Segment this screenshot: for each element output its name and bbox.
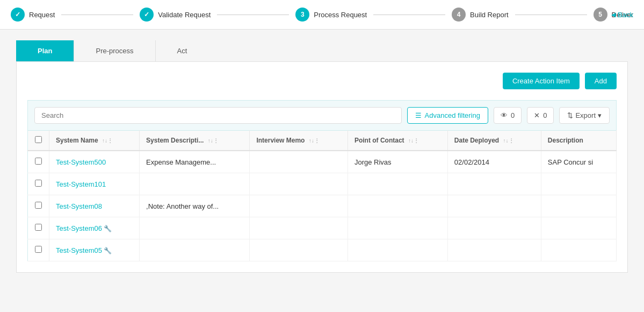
sort-poc-icon[interactable]: ↑↓⋮: [408, 138, 419, 144]
sort-date-icon[interactable]: ↑↓⋮: [503, 138, 514, 144]
eye-count: 0: [511, 111, 515, 119]
row-desc-0: SAP Concur si: [541, 151, 616, 173]
sort-interview-memo-icon[interactable]: ↑↓⋮: [309, 138, 320, 144]
step-process[interactable]: 3 Process Request: [295, 8, 367, 22]
row-interview-memo-1: [250, 173, 348, 195]
step-build[interactable]: 4 Build Report: [452, 8, 509, 22]
step-label-process: Process Request: [314, 11, 367, 19]
row-poc-4: [348, 239, 447, 261]
table-row: Test-System500 Expense Manageme... Jorge…: [28, 151, 617, 173]
row-date-1: [447, 173, 541, 195]
table-row: Test-System05 🔧: [28, 239, 617, 261]
tab-plan[interactable]: Plan: [16, 40, 74, 61]
row-system-name-4: Test-System05 🔧: [49, 239, 140, 261]
system-name-link-0[interactable]: Test-System500: [56, 158, 106, 166]
table-header: System Name ↑↓⋮ System Descripti... ↑↓⋮ …: [28, 131, 617, 151]
step-circle-deliver: 5: [594, 8, 607, 22]
row-system-name-1: Test-System101: [49, 173, 140, 195]
eye-counter-button[interactable]: 👁 0: [494, 107, 522, 124]
system-name-link-1[interactable]: Test-System101: [56, 180, 106, 188]
x-icon: ✕: [534, 111, 540, 119]
row-system-desc-1: [140, 173, 250, 195]
row-checkbox-0[interactable]: [35, 158, 42, 165]
data-table-wrapper: System Name ↑↓⋮ System Descripti... ↑↓⋮ …: [27, 130, 617, 261]
sort-system-name-icon[interactable]: ↑↓⋮: [102, 138, 113, 144]
col-point-of-contact: Point of Contact ↑↓⋮: [348, 131, 447, 151]
action-toolbar: Create Action Item Add: [27, 73, 617, 89]
row-poc-1: [348, 173, 447, 195]
export-icon: ⇅: [567, 111, 573, 119]
system-name-link-4[interactable]: Test-System05 🔧: [56, 246, 112, 254]
connector-1: [61, 15, 133, 15]
back-button[interactable]: Back: [611, 11, 633, 19]
table-toolbar: ☰ Advanced filtering 👁 0 ✕ 0 ⇅ Export ▾: [27, 100, 617, 130]
row-date-0: 02/02/2014: [447, 151, 541, 173]
row-system-desc-0: Expense Manageme...: [140, 151, 250, 173]
row-interview-memo-4: [250, 239, 348, 261]
step-validate[interactable]: ✓ Validate Request: [140, 8, 211, 22]
col-system-name: System Name ↑↓⋮: [49, 131, 140, 151]
row-poc-3: [348, 217, 447, 239]
row-date-3: [447, 217, 541, 239]
export-button[interactable]: ⇅ Export ▾: [559, 107, 610, 124]
row-system-name-0: Test-System500: [49, 151, 140, 173]
step-circle-process: 3: [295, 8, 309, 22]
row-system-desc-2: ,Note: Another way of...: [140, 195, 250, 217]
step-circle-request: ✓: [11, 8, 25, 22]
system-name-link-3[interactable]: Test-System06 🔧: [56, 224, 112, 232]
step-label-build: Build Report: [470, 11, 509, 19]
row-date-4: [447, 239, 541, 261]
export-label: Export: [575, 111, 596, 119]
tab-act[interactable]: Act: [156, 40, 209, 61]
step-circle-build: 4: [452, 8, 466, 22]
col-date-deployed: Date Deployed ↑↓⋮: [447, 131, 541, 151]
step-circle-validate: ✓: [140, 8, 154, 22]
step-label-validate: Validate Request: [158, 11, 211, 19]
row-desc-4: [541, 239, 616, 261]
step-request[interactable]: ✓ Request: [11, 8, 55, 22]
row-desc-1: [541, 173, 616, 195]
row-poc-0: Jorge Rivas: [348, 151, 447, 173]
create-action-item-button[interactable]: Create Action Item: [503, 73, 580, 89]
col-checkbox: [28, 131, 49, 151]
tab-bar: Plan Pre-process Act: [16, 40, 628, 61]
connector-3: [373, 15, 445, 15]
table-row: Test-System08 ,Note: Another way of...: [28, 195, 617, 217]
sort-system-desc-icon[interactable]: ↑↓⋮: [208, 138, 219, 144]
connector-2: [217, 15, 289, 15]
content-area: Create Action Item Add ☰ Advanced filter…: [16, 61, 628, 273]
eye-icon: 👁: [501, 111, 508, 119]
row-interview-memo-2: [250, 195, 348, 217]
row-interview-memo-3: [250, 217, 348, 239]
connector-4: [515, 15, 587, 15]
search-input[interactable]: [34, 107, 402, 124]
system-name-link-2[interactable]: Test-System08: [56, 202, 102, 210]
wrench-icon-4: 🔧: [102, 247, 112, 254]
table-body: Test-System500 Expense Manageme... Jorge…: [28, 151, 617, 261]
row-system-desc-3: [140, 217, 250, 239]
filter-label: Advanced filtering: [425, 111, 480, 119]
row-desc-3: [541, 217, 616, 239]
tab-preprocess[interactable]: Pre-process: [74, 40, 155, 61]
x-counter-button[interactable]: ✕ 0: [527, 107, 554, 124]
export-chevron-icon: ▾: [598, 111, 602, 119]
row-checkbox-cell: [28, 173, 49, 195]
row-checkbox-1[interactable]: [35, 180, 42, 187]
wrench-icon-3: 🔧: [102, 225, 112, 232]
advanced-filtering-button[interactable]: ☰ Advanced filtering: [407, 107, 488, 124]
row-desc-2: [541, 195, 616, 217]
step-label-request: Request: [29, 11, 55, 19]
row-date-2: [447, 195, 541, 217]
add-button[interactable]: Add: [585, 73, 617, 89]
row-interview-memo-0: [250, 151, 348, 173]
table-row: Test-System101: [28, 173, 617, 195]
row-checkbox-2[interactable]: [35, 202, 42, 209]
x-count: 0: [543, 111, 547, 119]
row-system-name-2: Test-System08: [49, 195, 140, 217]
select-all-checkbox[interactable]: [35, 136, 42, 143]
row-checkbox-4[interactable]: [35, 246, 42, 253]
data-table: System Name ↑↓⋮ System Descripti... ↑↓⋮ …: [27, 130, 617, 261]
row-checkbox-3[interactable]: [35, 224, 42, 231]
row-checkbox-cell: [28, 151, 49, 173]
row-checkbox-cell: [28, 239, 49, 261]
